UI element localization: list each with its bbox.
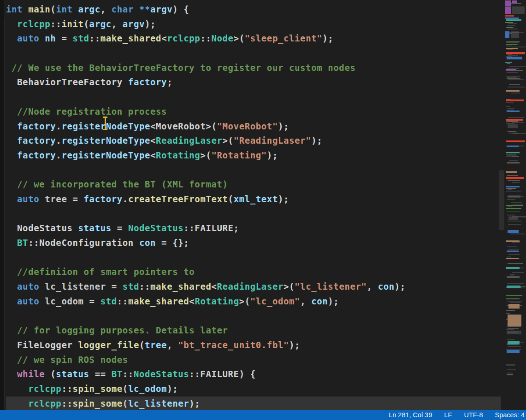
minimap-line [506,267,520,269]
minimap-line [507,301,522,302]
code-line[interactable]: BehaviorTreeFactory factory; [6,75,501,90]
status-encoding[interactable]: UTF-8 [464,411,483,419]
code-line[interactable]: //definiion of smart pointers to [6,265,501,280]
code-line[interactable]: factory.registerNodeType<Rotating>("Rota… [6,148,501,163]
code-token [134,4,139,14]
minimap-line [512,6,525,14]
minimap-line [512,156,519,157]
code-line[interactable]: int main(int argc, char **argv) { [6,2,501,17]
editor-scrollbar[interactable] [498,0,505,410]
minimap-line [507,246,517,247]
minimap-line [507,72,518,73]
code-line[interactable]: rclcpp::init(argc, argv); [6,17,501,32]
minimap-line [508,254,520,255]
code-token [6,325,17,335]
minimap-line [506,46,512,47]
minimap-line [512,122,524,123]
minimap-line [507,162,520,163]
code-line[interactable] [6,163,501,178]
code-token: = [67,194,83,204]
code-token: make_shared [150,281,211,292]
minimap-line [508,29,518,29]
code-line[interactable] [6,309,501,323]
code-token: spin_some [72,384,122,394]
minimap-line [508,55,518,56]
code-line[interactable]: rclcpp::spin_some(lc_odom); [6,382,501,397]
code-token: argv [123,19,145,29]
code-token [6,194,17,204]
code-token [6,121,17,131]
code-line[interactable] [6,90,501,105]
code-token: tree [145,340,167,350]
status-bar: Ln 281, Col 39 LF UTF-8 Spaces: 4 [0,410,526,420]
minimap-line [505,18,519,19]
code-line[interactable] [6,46,501,61]
code-token: "sleep_client" [245,33,323,43]
scrollbar-thumb[interactable] [499,170,504,230]
code-token: BehaviorTreeFactory [6,77,128,87]
status-indentation[interactable]: Spaces: 4 [495,411,525,419]
code-token: ); [322,33,333,43]
status-cursor-position[interactable]: Ln 281, Col 39 [389,411,432,419]
status-eol-sequence[interactable]: LF [444,411,452,419]
code-line[interactable]: NodeStatus status = NodeStatus::FAILURE; [6,221,501,236]
minimap-line [506,310,515,311]
code-line[interactable]: //Node registration process [6,105,501,119]
minimap-line [506,313,510,314]
code-token [6,355,17,365]
code-line[interactable]: // We use the BehaviorTreeFactory to reg… [6,61,501,76]
code-line[interactable]: // for logging purposes. Details later [6,323,501,338]
code-line[interactable]: // we spin ROS nodes [6,353,501,368]
code-line[interactable]: rclcpp::spin_some(lc_listener); [6,397,501,411]
minimap-line [512,47,526,47]
code-token: std [72,33,89,43]
code-token [6,267,17,277]
code-token: status [56,369,89,379]
code-token: registerNodeType [61,121,150,131]
minimap-line [506,191,521,192]
minimap-line [505,0,511,6]
minimap-line [508,315,521,327]
code-token: lc_odom [128,384,167,394]
code-token: status [78,223,112,233]
minimap-line [506,102,514,103]
code-token: :: [61,398,72,408]
code-token [6,135,17,146]
minimap-line [506,171,517,173]
code-token: make_shared [100,33,161,43]
code-line[interactable]: // we incorporated the BT (XML format) [6,177,501,192]
minimap-line [507,215,515,216]
code-line[interactable]: auto tree = factory.createTreeFromText(x… [6,192,501,207]
minimap-line [506,52,525,54]
code-token: ( [228,194,234,204]
code-token: //definiion of smart pointers to [17,267,195,277]
code-line[interactable]: auto lc_odom = std::make_shared<Rotating… [6,294,501,309]
code-line[interactable] [6,251,501,265]
code-line[interactable] [6,207,501,222]
code-token: lc_odom [45,296,83,306]
code-token [23,4,28,14]
code-line[interactable]: auto nh = std::make_shared<rclcpp::Node>… [6,31,501,46]
vscode-editor-window: int main(int argc, char **argv) { rclcpp… [0,0,526,420]
minimap-line [506,106,510,107]
minimap-line [506,240,520,242]
code-line[interactable]: BT::NodeConfiguration con = {}; [6,236,501,251]
code-line[interactable]: factory.registerNodeType<MoveRobot>("Mov… [6,119,501,134]
minimap-line [505,31,509,38]
code-line[interactable]: auto lc_listener = std::make_shared<Read… [6,280,501,294]
code-token: BT [112,369,123,379]
editor-gutter [0,0,4,410]
code-token [6,281,17,292]
code-token: std [123,281,139,292]
code-token: ( [84,19,89,29]
code-line[interactable]: factory.registerNodeType<ReadingLaser>("… [6,134,501,148]
minimap-line [506,69,516,70]
code-token: ) { [172,4,189,14]
code-editor-content[interactable]: int main(int argc, char **argv) { rclcpp… [4,0,501,412]
minimap-line [508,131,516,132]
code-token: int [56,4,72,14]
minimap[interactable] [505,0,526,410]
code-token: :: [123,369,134,379]
code-line[interactable]: FileLogger logger_file(tree, "bt_trace_u… [6,338,501,353]
code-line[interactable]: while (status == BT::NodeStatus::FAILURE… [6,367,501,382]
